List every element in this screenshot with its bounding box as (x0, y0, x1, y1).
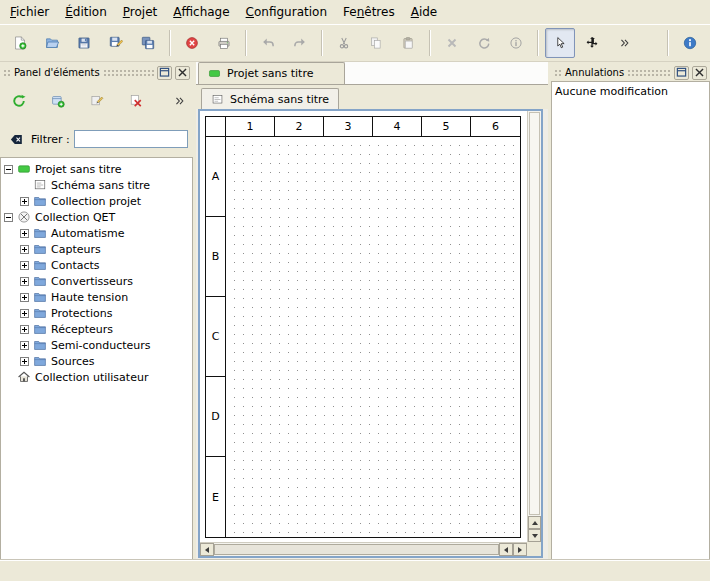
project-icon (17, 162, 31, 176)
expander-minus-icon[interactable] (4, 213, 13, 222)
schema-icon (33, 178, 47, 192)
elements-toolbar-more-button[interactable] (171, 86, 187, 116)
elements-panel-titlebar[interactable]: Panel d'éléments (0, 64, 193, 81)
toolbar-separator (321, 30, 323, 56)
tree-item-convertisseurs[interactable]: Convertisseurs (1, 273, 192, 289)
scroll-up-button[interactable] (528, 516, 541, 529)
row-header-E: E (206, 457, 225, 537)
expander-plus-icon[interactable] (20, 229, 29, 238)
delete-element-button[interactable] (121, 86, 151, 116)
menu-item-fenetres[interactable]: Fenêtres (335, 3, 403, 21)
tree-item-collection-qet[interactable]: Collection QET (1, 209, 192, 225)
folder-icon (33, 306, 47, 320)
float-icon (675, 66, 688, 79)
scroll-left-button[interactable] (200, 543, 214, 556)
diagram-canvas[interactable]: 123456 ABCDE (198, 109, 543, 558)
chevron-icon (617, 36, 631, 50)
close-file-icon (185, 36, 199, 50)
menu-item-edition[interactable]: Édition (57, 3, 115, 21)
tree-item-label: Semi-conducteurs (51, 339, 151, 352)
copy-button (361, 28, 391, 58)
reload-collections-button[interactable] (4, 86, 34, 116)
about-qet-button[interactable] (675, 28, 705, 58)
horizontal-scrollbar-thumb[interactable] (214, 544, 499, 555)
scroll-left-button-2[interactable] (499, 543, 513, 556)
tree-item-contacts[interactable]: Contacts (1, 257, 192, 273)
scroll-right-button[interactable] (513, 543, 527, 556)
tree-item-projet-sans-titre[interactable]: Projet sans titre (1, 161, 192, 177)
open-project-button[interactable] (37, 28, 67, 58)
dock-grip (103, 69, 154, 77)
vertical-scrollbar-thumb[interactable] (529, 112, 540, 515)
menu-item-fichier[interactable]: Fichier (2, 3, 57, 21)
schema-dotted-grid[interactable] (226, 137, 520, 537)
save-as-button[interactable] (101, 28, 131, 58)
print-icon (217, 36, 231, 50)
folder-icon (33, 258, 47, 272)
tree-item-recepteurs[interactable]: Récepteurs (1, 321, 192, 337)
tree-item-sources[interactable]: Sources (1, 353, 192, 369)
undo-history-list[interactable]: Aucune modification (551, 81, 710, 560)
expander-plus-icon[interactable] (20, 325, 29, 334)
tree-item-collection-projet[interactable]: Collection projet (1, 193, 192, 209)
menu-item-aide[interactable]: Aide (403, 3, 446, 21)
element-tree: Projet sans titreSchéma sans titreCollec… (0, 157, 193, 560)
expander-plus-icon[interactable] (20, 293, 29, 302)
undo-panel-close-button[interactable] (692, 66, 707, 80)
tree-item-label: Automatisme (51, 227, 125, 240)
folder-icon (33, 290, 47, 304)
menu-item-affichage[interactable]: Affichage (165, 3, 237, 21)
expander-plus-icon[interactable] (20, 261, 29, 270)
rotate-icon (477, 36, 491, 50)
save-button[interactable] (69, 28, 99, 58)
save-as-icon (109, 36, 123, 50)
expander-plus-icon[interactable] (20, 197, 29, 206)
expander-plus-icon[interactable] (20, 357, 29, 366)
status-bar (0, 560, 710, 581)
tree-item-semi-conducteurs[interactable]: Semi-conducteurs (1, 337, 192, 353)
tree-item-schema-sans-titre[interactable]: Schéma sans titre (1, 177, 192, 193)
expander-plus-icon[interactable] (20, 277, 29, 286)
scroll-mode-button[interactable] (577, 28, 607, 58)
expander-plus-icon[interactable] (20, 309, 29, 318)
expander-minus-icon[interactable] (4, 165, 13, 174)
tree-item-haute-tension[interactable]: Haute tension (1, 289, 192, 305)
expander-plus-icon[interactable] (20, 341, 29, 350)
vertical-scrollbar[interactable] (527, 111, 541, 542)
project-tab-bar: Projet sans titre (196, 62, 548, 85)
tree-item-label: Sources (51, 355, 95, 368)
expander-plus-icon[interactable] (20, 245, 29, 254)
schema-column-headers: 123456 (206, 117, 520, 137)
rotate-button (469, 28, 499, 58)
select-mode-button[interactable] (545, 28, 575, 58)
delete-button (437, 28, 467, 58)
tab-schema[interactable]: Schéma sans titre (201, 88, 339, 109)
save-all-button[interactable] (133, 28, 163, 58)
menu-item-configuration[interactable]: Configuration (238, 3, 335, 21)
horizontal-scrollbar[interactable] (200, 542, 527, 556)
undo-panel-titlebar[interactable]: Annulations (551, 64, 710, 81)
tree-item-capteurs[interactable]: Capteurs (1, 241, 192, 257)
scroll-down-button[interactable] (528, 529, 541, 542)
print-button[interactable] (209, 28, 239, 58)
column-header-4: 4 (373, 117, 422, 136)
tree-item-protections[interactable]: Protections (1, 305, 192, 321)
tree-item-automatisme[interactable]: Automatisme (1, 225, 192, 241)
filter-clear-button[interactable] (5, 130, 27, 148)
menu-item-projet[interactable]: Projet (115, 3, 165, 21)
tab-project[interactable]: Projet sans titre (198, 62, 345, 84)
save-all-icon (141, 36, 155, 50)
tree-item-label: Collection QET (35, 211, 115, 224)
column-header-5: 5 (422, 117, 471, 136)
filter-input[interactable] (74, 130, 188, 148)
undo-panel-float-button[interactable] (674, 66, 689, 80)
toolbar-more-button[interactable] (609, 28, 639, 58)
elements-panel-float-button[interactable] (157, 66, 172, 80)
folder-icon (33, 242, 47, 256)
elements-panel-close-button[interactable] (175, 66, 190, 80)
tree-item-collection-utilisateur[interactable]: Collection utilisateur (1, 369, 192, 385)
close-file-button[interactable] (177, 28, 207, 58)
new-file-button[interactable] (5, 28, 35, 58)
new-element-button[interactable] (43, 86, 73, 116)
schema-body: ABCDE (206, 137, 520, 537)
